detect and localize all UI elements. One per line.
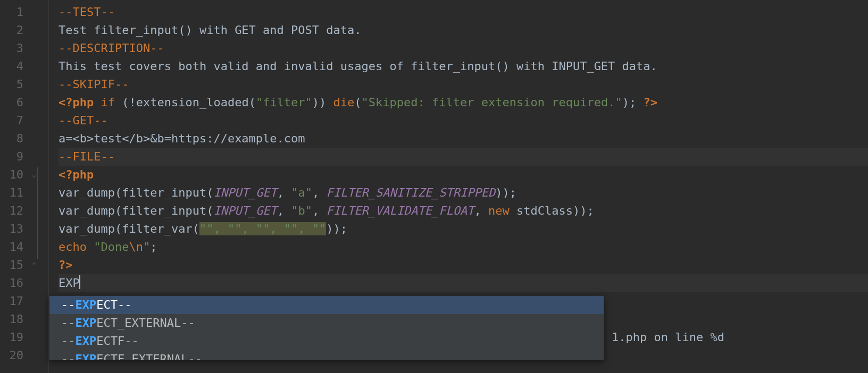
code-editor[interactable]: 1 2 3 4 5 6 7 8 9 10 11 12 13 14 15 16 1…	[0, 0, 868, 373]
paren: (	[354, 96, 361, 109]
paren: (	[115, 222, 122, 235]
section-get: --GET--	[59, 114, 108, 127]
line-number: 3	[0, 39, 23, 57]
item-prefix: --	[61, 316, 76, 329]
item-match: EXP	[76, 316, 97, 329]
comma: ,	[277, 204, 291, 217]
keyword-echo: echo	[59, 240, 94, 253]
code-line[interactable]: var_dump(filter_input(INPUT_GET, "a", FI…	[59, 184, 868, 202]
function-call: filter_input	[122, 204, 206, 217]
string-literal: "Skipped: filter extension required."	[362, 96, 622, 109]
code-line[interactable]: a=<b>test</b>&b=https://example.com	[59, 130, 868, 148]
constant: FILTER_SANITIZE_STRIPPED	[326, 186, 495, 199]
constant: FILTER_VALIDATE_FLOAT	[326, 204, 474, 217]
autocomplete-popup[interactable]: --EXPECT-- --EXPECT_EXTERNAL-- --EXPECTF…	[49, 295, 604, 360]
paren: (	[115, 186, 122, 199]
code-line[interactable]: --GET--	[59, 112, 868, 130]
code-line[interactable]: --SKIPIF--	[59, 75, 868, 94]
class-name: stdClass	[516, 204, 573, 217]
code-line[interactable]: --TEST--	[59, 3, 868, 21]
code-line[interactable]: Test filter_input() with GET and POST da…	[59, 21, 868, 39]
item-match: EXP	[76, 298, 97, 311]
comma: ,	[312, 186, 327, 199]
typed-text: EXP	[59, 276, 80, 290]
string-literal: "	[143, 240, 150, 253]
line-number: 9	[0, 148, 23, 166]
php-open-tag: <?php	[59, 96, 94, 109]
php-close-tag: ?>	[59, 258, 73, 272]
autocomplete-item-expectf-external[interactable]: --EXPECTF_EXTERNAL--	[49, 350, 604, 360]
line-number: 18	[0, 310, 23, 328]
autocomplete-item-expect-external[interactable]: --EXPECT_EXTERNAL--	[49, 314, 604, 332]
section-skipif: --SKIPIF--	[59, 78, 129, 91]
line-number: 4	[0, 57, 23, 75]
item-rest: ECTF_EXTERNAL--	[96, 352, 202, 360]
code-line[interactable]: ?>	[59, 256, 868, 274]
line-number: 12	[0, 202, 23, 220]
keyword-if: if	[94, 96, 122, 109]
autocomplete-item-expectf[interactable]: --EXPECTF--	[49, 332, 604, 350]
string-literal: "b"	[291, 204, 312, 217]
paren: (	[115, 204, 122, 217]
code-line[interactable]: var_dump(filter_input(INPUT_GET, "b", FI…	[59, 202, 868, 220]
line-number: 14	[0, 238, 23, 256]
fold-column: ⌵ ⌵	[33, 0, 49, 373]
constant: INPUT_GET	[213, 186, 277, 199]
item-rest: ECTF--	[96, 334, 138, 347]
text: This test covers both valid and invalid …	[59, 60, 657, 73]
constant: INPUT_GET	[213, 204, 277, 217]
item-rest: ECT--	[96, 298, 131, 311]
text: a=<b>test</b>&b=https://example.com	[59, 132, 305, 145]
code-line[interactable]: --FILE--	[59, 148, 868, 166]
autocomplete-item-expect[interactable]: --EXPECT--	[49, 296, 604, 314]
item-match: EXP	[76, 334, 97, 347]
string-literal: "Done	[94, 240, 129, 253]
paren: ));	[573, 204, 594, 217]
code-line[interactable]: echo "Done\n";	[59, 238, 868, 256]
string-literal: "filter"	[256, 96, 312, 109]
line-number: 7	[0, 112, 23, 130]
paren: (	[206, 204, 213, 217]
code-line[interactable]: <?php if (!extension_loaded("filter")) d…	[59, 94, 868, 112]
text: 1.php on line %d	[612, 330, 724, 344]
semicolon: ;	[150, 240, 157, 253]
operator: (!	[122, 96, 136, 109]
line-number: 1	[0, 3, 23, 21]
comma: ,	[312, 204, 327, 217]
item-prefix: --	[61, 352, 76, 360]
selected-text: "", "", "", "", ""	[199, 222, 326, 235]
line-number: 6	[0, 94, 23, 112]
string-literal: "a"	[291, 186, 312, 199]
code-line-caret[interactable]: EXP	[59, 274, 868, 292]
line-number: 5	[0, 75, 23, 94]
function-call: var_dump	[59, 222, 115, 235]
section-test: --TEST--	[59, 5, 115, 19]
line-number: 15	[0, 256, 23, 274]
code-line[interactable]: <?php	[59, 166, 868, 184]
comma: ,	[277, 186, 291, 199]
item-match: EXP	[76, 352, 97, 360]
php-open-tag: <?php	[59, 168, 94, 181]
code-line[interactable]: This test covers both valid and invalid …	[59, 57, 868, 75]
item-prefix: --	[61, 334, 76, 347]
function-call: filter_var	[122, 222, 192, 235]
comma: ,	[474, 204, 489, 217]
line-number: 13	[0, 220, 23, 238]
line-number-gutter: 1 2 3 4 5 6 7 8 9 10 11 12 13 14 15 16 1…	[0, 0, 33, 373]
line-number: 10	[0, 166, 23, 184]
text: Test filter_input() with GET and POST da…	[59, 23, 362, 37]
code-line[interactable]: --DESCRIPTION--	[59, 39, 868, 57]
fold-collapse-icon[interactable]: ⌵	[32, 166, 36, 184]
code-line[interactable]: var_dump(filter_var("", "", "", "", ""))…	[59, 220, 868, 238]
keyword-die: die	[333, 96, 355, 109]
paren: (	[249, 96, 256, 109]
line-number: 17	[0, 292, 23, 310]
line-number: 11	[0, 184, 23, 202]
function-call: var_dump	[59, 186, 115, 199]
section-file: --FILE--	[59, 150, 115, 163]
function-call: filter_input	[122, 186, 206, 199]
function-call: extension_loaded	[136, 96, 249, 109]
section-description: --DESCRIPTION--	[59, 41, 164, 55]
fold-collapse-end-icon[interactable]: ⌵	[32, 256, 36, 274]
item-prefix: --	[61, 298, 76, 311]
